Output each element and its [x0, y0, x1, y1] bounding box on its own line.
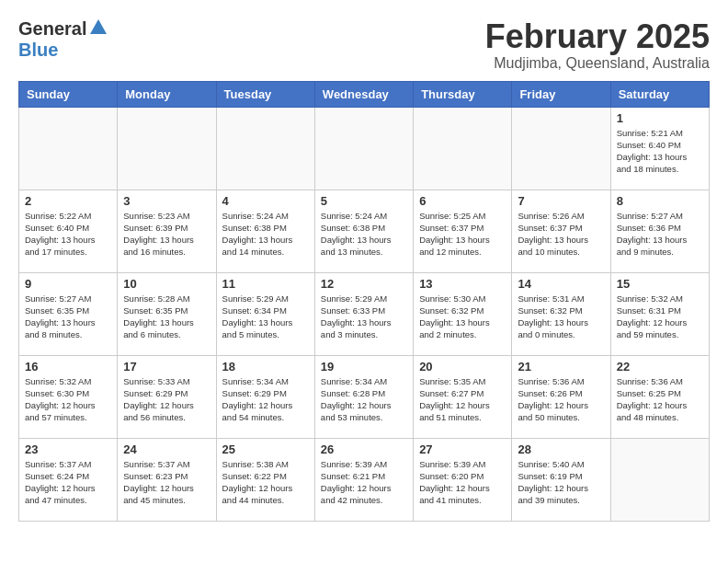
day-info: Sunrise: 5:22 AM Sunset: 6:40 PM Dayligh… [25, 210, 111, 259]
day-number: 9 [25, 277, 111, 291]
calendar-cell: 14Sunrise: 5:31 AM Sunset: 6:32 PM Dayli… [512, 272, 610, 355]
logo: General Blue [18, 18, 108, 61]
day-info: Sunrise: 5:24 AM Sunset: 6:38 PM Dayligh… [321, 210, 407, 259]
calendar-cell: 9Sunrise: 5:27 AM Sunset: 6:35 PM Daylig… [19, 272, 118, 355]
day-info: Sunrise: 5:26 AM Sunset: 6:37 PM Dayligh… [518, 210, 604, 259]
day-info: Sunrise: 5:32 AM Sunset: 6:31 PM Dayligh… [617, 293, 703, 341]
calendar-cell [414, 107, 512, 190]
day-number: 11 [222, 277, 309, 291]
day-number: 19 [321, 360, 407, 373]
day-number: 7 [518, 194, 604, 208]
calendar-cell: 8Sunrise: 5:27 AM Sunset: 6:36 PM Daylig… [610, 190, 709, 272]
weekday-header: Thursday [414, 81, 512, 107]
day-number: 21 [518, 360, 604, 373]
calendar-cell: 25Sunrise: 5:38 AM Sunset: 6:22 PM Dayli… [216, 438, 314, 521]
calendar-week-row: 9Sunrise: 5:27 AM Sunset: 6:35 PM Daylig… [19, 272, 710, 355]
day-info: Sunrise: 5:39 AM Sunset: 6:20 PM Dayligh… [419, 458, 506, 507]
day-number: 4 [222, 194, 309, 208]
weekday-header: Friday [512, 81, 610, 107]
day-info: Sunrise: 5:21 AM Sunset: 6:40 PM Dayligh… [617, 127, 703, 176]
day-info: Sunrise: 5:37 AM Sunset: 6:24 PM Dayligh… [25, 458, 111, 507]
calendar-cell [216, 107, 314, 190]
calendar-cell [512, 107, 610, 190]
day-info: Sunrise: 5:25 AM Sunset: 6:37 PM Dayligh… [419, 210, 506, 259]
day-info: Sunrise: 5:40 AM Sunset: 6:19 PM Dayligh… [518, 458, 604, 507]
day-number: 28 [518, 442, 604, 456]
day-number: 1 [617, 111, 703, 125]
day-info: Sunrise: 5:28 AM Sunset: 6:35 PM Dayligh… [123, 293, 210, 341]
calendar-cell [314, 107, 413, 190]
day-info: Sunrise: 5:34 AM Sunset: 6:29 PM Dayligh… [222, 375, 309, 424]
calendar-cell: 24Sunrise: 5:37 AM Sunset: 6:23 PM Dayli… [118, 438, 216, 521]
calendar-cell: 20Sunrise: 5:35 AM Sunset: 6:27 PM Dayli… [414, 355, 512, 438]
day-number: 27 [419, 442, 506, 456]
calendar-cell: 2Sunrise: 5:22 AM Sunset: 6:40 PM Daylig… [19, 190, 118, 272]
calendar-cell: 6Sunrise: 5:25 AM Sunset: 6:37 PM Daylig… [414, 190, 512, 272]
logo-blue: Blue [18, 40, 58, 60]
weekday-header: Saturday [610, 81, 709, 107]
day-info: Sunrise: 5:30 AM Sunset: 6:32 PM Dayligh… [419, 293, 506, 341]
day-info: Sunrise: 5:33 AM Sunset: 6:29 PM Dayligh… [123, 375, 210, 424]
calendar-week-row: 23Sunrise: 5:37 AM Sunset: 6:24 PM Dayli… [19, 438, 710, 521]
day-number: 26 [321, 442, 407, 456]
calendar-cell: 21Sunrise: 5:36 AM Sunset: 6:26 PM Dayli… [512, 355, 610, 438]
calendar-week-row: 16Sunrise: 5:32 AM Sunset: 6:30 PM Dayli… [19, 355, 710, 438]
day-number: 16 [25, 360, 111, 373]
day-number: 13 [419, 277, 506, 291]
calendar-cell [19, 107, 118, 190]
day-number: 20 [419, 360, 506, 373]
svg-marker-0 [90, 19, 107, 34]
day-info: Sunrise: 5:39 AM Sunset: 6:21 PM Dayligh… [321, 458, 407, 507]
day-number: 8 [617, 194, 703, 208]
day-number: 12 [321, 277, 407, 291]
calendar-cell: 22Sunrise: 5:36 AM Sunset: 6:25 PM Dayli… [610, 355, 709, 438]
calendar-cell: 13Sunrise: 5:30 AM Sunset: 6:32 PM Dayli… [414, 272, 512, 355]
day-number: 24 [123, 442, 210, 456]
day-number: 23 [25, 442, 111, 456]
calendar-cell: 1Sunrise: 5:21 AM Sunset: 6:40 PM Daylig… [610, 107, 709, 190]
day-info: Sunrise: 5:37 AM Sunset: 6:23 PM Dayligh… [123, 458, 210, 507]
calendar-cell: 28Sunrise: 5:40 AM Sunset: 6:19 PM Dayli… [512, 438, 610, 521]
calendar-cell: 27Sunrise: 5:39 AM Sunset: 6:20 PM Dayli… [414, 438, 512, 521]
day-number: 6 [419, 194, 506, 208]
calendar-cell: 7Sunrise: 5:26 AM Sunset: 6:37 PM Daylig… [512, 190, 610, 272]
day-number: 17 [123, 360, 210, 373]
day-info: Sunrise: 5:36 AM Sunset: 6:26 PM Dayligh… [518, 375, 604, 424]
calendar-cell: 15Sunrise: 5:32 AM Sunset: 6:31 PM Dayli… [610, 272, 709, 355]
calendar-cell: 4Sunrise: 5:24 AM Sunset: 6:38 PM Daylig… [216, 190, 314, 272]
day-number: 3 [123, 194, 210, 208]
day-info: Sunrise: 5:34 AM Sunset: 6:28 PM Dayligh… [321, 375, 407, 424]
calendar-cell: 17Sunrise: 5:33 AM Sunset: 6:29 PM Dayli… [118, 355, 216, 438]
calendar-cell: 5Sunrise: 5:24 AM Sunset: 6:38 PM Daylig… [314, 190, 413, 272]
weekday-header: Wednesday [314, 81, 413, 107]
calendar-cell: 18Sunrise: 5:34 AM Sunset: 6:29 PM Dayli… [216, 355, 314, 438]
day-info: Sunrise: 5:31 AM Sunset: 6:32 PM Dayligh… [518, 293, 604, 341]
day-number: 25 [222, 442, 309, 456]
calendar-cell: 19Sunrise: 5:34 AM Sunset: 6:28 PM Dayli… [314, 355, 413, 438]
calendar-cell: 12Sunrise: 5:29 AM Sunset: 6:33 PM Dayli… [314, 272, 413, 355]
weekday-header: Monday [118, 81, 216, 107]
calendar-cell [118, 107, 216, 190]
day-number: 15 [617, 277, 703, 291]
calendar-cell: 23Sunrise: 5:37 AM Sunset: 6:24 PM Dayli… [19, 438, 118, 521]
weekday-header: Sunday [19, 81, 118, 107]
day-number: 2 [25, 194, 111, 208]
weekday-header-row: SundayMondayTuesdayWednesdayThursdayFrid… [19, 81, 710, 107]
page-header: General Blue February 2025 Mudjimba, Que… [18, 18, 710, 72]
calendar-cell: 3Sunrise: 5:23 AM Sunset: 6:39 PM Daylig… [118, 190, 216, 272]
day-number: 10 [123, 277, 210, 291]
calendar-cell: 16Sunrise: 5:32 AM Sunset: 6:30 PM Dayli… [19, 355, 118, 438]
month-year-title: February 2025 [485, 18, 710, 55]
calendar-cell [610, 438, 709, 521]
day-number: 5 [321, 194, 407, 208]
day-info: Sunrise: 5:29 AM Sunset: 6:34 PM Dayligh… [222, 293, 309, 341]
logo-icon [88, 17, 108, 38]
day-info: Sunrise: 5:36 AM Sunset: 6:25 PM Dayligh… [617, 375, 703, 424]
day-number: 18 [222, 360, 309, 373]
day-number: 22 [617, 360, 703, 373]
logo-general: General [18, 18, 86, 40]
day-info: Sunrise: 5:24 AM Sunset: 6:38 PM Dayligh… [222, 210, 309, 259]
weekday-header: Tuesday [216, 81, 314, 107]
location-subtitle: Mudjimba, Queensland, Australia [485, 55, 710, 72]
calendar-cell: 26Sunrise: 5:39 AM Sunset: 6:21 PM Dayli… [314, 438, 413, 521]
